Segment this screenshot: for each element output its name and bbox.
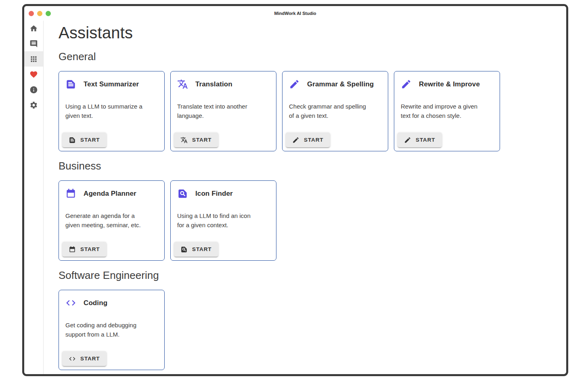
calendar-icon (65, 188, 76, 199)
card-title: Coding (84, 299, 107, 307)
icon-search-icon (177, 188, 188, 199)
pencil-icon (292, 136, 299, 144)
code-icon (69, 355, 76, 362)
desktop-background: MindWork AI Studio Assistants General Te… (0, 0, 588, 383)
zoom-button[interactable] (46, 11, 51, 16)
minimize-button[interactable] (37, 11, 42, 16)
translate-icon (177, 79, 188, 90)
sidebar-item-home[interactable] (24, 21, 43, 36)
section-heading: Software Engineering (59, 269, 558, 282)
app-window: MindWork AI Studio Assistants General Te… (22, 4, 568, 376)
start-button-label: START (192, 246, 212, 252)
start-button-label: START (80, 356, 100, 362)
sidebar (24, 21, 44, 374)
card-header: Rewrite & Improve (401, 79, 493, 90)
document-icon (69, 136, 76, 144)
card-title: Agenda Planner (84, 190, 136, 198)
card-header: Icon Finder (177, 188, 270, 199)
window-title: MindWork AI Studio (274, 11, 316, 16)
sidebar-item-settings[interactable] (24, 97, 43, 113)
assistant-section: Business Agenda Planner Generate an agen… (59, 160, 558, 261)
assistant-card: Icon Finder Using a LLM to find an icon … (170, 180, 276, 261)
pencil-icon (401, 79, 412, 90)
assistant-card: Coding Get coding and debugging support … (59, 290, 165, 370)
card-row: Text Summarizer Using a LLM to summarize… (59, 71, 558, 151)
chat-icon (29, 40, 38, 48)
start-button[interactable]: START (62, 351, 107, 366)
card-description: Rewrite and improve a given text for a c… (401, 102, 482, 120)
start-button-label: START (192, 137, 212, 143)
card-description: Check grammar and spelling of a given te… (289, 102, 370, 120)
assistant-card: Agenda Planner Generate an agenda for a … (59, 180, 165, 261)
start-button[interactable]: START (286, 132, 330, 147)
card-description: Using a LLM to summarize a given text. (65, 102, 147, 120)
card-header: Text Summarizer (65, 79, 158, 90)
start-button-label: START (80, 246, 100, 252)
apps-grid-icon (29, 55, 38, 63)
card-description: Using a LLM to find an icon for a given … (177, 211, 259, 230)
sidebar-item-about[interactable] (24, 82, 43, 97)
assistant-section: Software Engineering Coding Get coding a… (59, 269, 558, 370)
titlebar[interactable]: MindWork AI Studio (24, 6, 566, 21)
card-title: Grammar & Spelling (307, 80, 374, 88)
sidebar-item-favorites[interactable] (24, 67, 43, 82)
gear-icon (29, 101, 38, 109)
start-button-label: START (416, 137, 435, 143)
card-title: Text Summarizer (84, 80, 139, 88)
section-heading: Business (59, 160, 558, 172)
card-title: Rewrite & Improve (419, 80, 480, 88)
start-button[interactable]: START (398, 132, 442, 147)
assistant-card: Rewrite & Improve Rewrite and improve a … (394, 71, 500, 151)
assistant-section: General Text Summarizer Using a LLM to s… (59, 50, 558, 151)
calendar-icon (69, 246, 76, 253)
document-icon (65, 79, 76, 90)
page-title: Assistants (59, 24, 558, 42)
card-header: Coding (65, 297, 158, 308)
info-icon (29, 86, 38, 94)
card-header: Grammar & Spelling (289, 79, 381, 90)
card-header: Agenda Planner (65, 188, 158, 199)
card-row: Agenda Planner Generate an agenda for a … (59, 180, 558, 261)
code-icon (65, 297, 76, 308)
start-button[interactable]: START (62, 242, 107, 257)
sidebar-item-chats[interactable] (24, 36, 43, 51)
pencil-icon (289, 79, 300, 90)
translate-icon (180, 136, 188, 144)
heart-icon (29, 70, 38, 79)
assistant-card: Text Summarizer Using a LLM to summarize… (59, 71, 165, 151)
card-description: Generate an agenda for a given meeting, … (65, 211, 147, 230)
card-header: Translation (177, 79, 270, 90)
home-icon (29, 24, 38, 33)
traffic-lights (29, 11, 51, 16)
start-button-label: START (304, 137, 324, 143)
assistant-card: Translation Translate text into another … (170, 71, 276, 151)
sidebar-item-assistants[interactable] (24, 51, 43, 67)
card-description: Get coding and debugging support from a … (65, 321, 147, 339)
card-row: Coding Get coding and debugging support … (59, 290, 558, 370)
close-button[interactable] (29, 11, 34, 16)
start-button[interactable]: START (62, 132, 107, 147)
assistant-card: Grammar & Spelling Check grammar and spe… (282, 71, 388, 151)
card-description: Translate text into another language. (177, 102, 259, 120)
start-button[interactable]: START (174, 242, 218, 257)
main-content: Assistants General Text Summarizer Using… (44, 21, 566, 374)
pencil-icon (404, 136, 411, 144)
start-button[interactable]: START (174, 132, 218, 147)
section-heading: General (59, 50, 558, 63)
start-button-label: START (80, 137, 100, 143)
card-title: Icon Finder (195, 190, 233, 198)
card-title: Translation (195, 80, 232, 88)
icon-search-icon (180, 246, 188, 253)
